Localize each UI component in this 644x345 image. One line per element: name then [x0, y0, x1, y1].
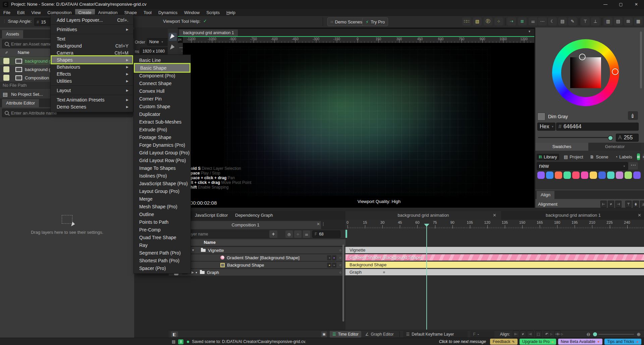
labels-source[interactable]: ◔Labels: [613, 154, 634, 160]
submenu-item-custom-shape[interactable]: Custom Shape: [134, 102, 191, 110]
menu-item-add-layers-popover[interactable]: Add Layers Popover...Ctrl+.: [51, 16, 133, 23]
saturation-value-square[interactable]: [570, 57, 601, 88]
list-view-button[interactable]: ≡: [643, 153, 644, 160]
scatter-icon[interactable]: ⁘: [494, 17, 503, 25]
rows-icon[interactable]: ▤: [614, 17, 623, 25]
layer-row[interactable]: Background Shape ◂ ▸ ○: [169, 262, 345, 268]
maximize-button[interactable]: ▢: [613, 0, 629, 9]
ellipsis-icon[interactable]: ⋯: [538, 17, 547, 25]
snap-bars-icon[interactable]: ≣: [518, 17, 527, 25]
grid-cells-icon[interactable]: ▦: [634, 17, 643, 25]
dimensions-field[interactable]: 1920 x 1080: [140, 48, 169, 55]
submenu-item-basic-shape[interactable]: Basic Shape: [134, 63, 191, 73]
zoom-in-icon[interactable]: ⊕: [637, 332, 641, 337]
align-keys-left-button[interactable]: ⊢: [513, 331, 519, 338]
time-editor-button[interactable]: ☰ Time Editor: [330, 331, 361, 338]
graph-editor-button[interactable]: ∠ Graph Editor: [363, 331, 396, 338]
swatch[interactable]: [537, 171, 545, 179]
feedback-button[interactable]: Feedback✎: [490, 339, 518, 345]
keyframe-dot[interactable]: [383, 271, 385, 273]
menu-item-effects[interactable]: Effects▶: [51, 70, 133, 77]
input-connection-icon[interactable]: ◂: [327, 255, 331, 260]
clip-tab-2[interactable]: background grid animation 1 ✕: [502, 211, 644, 220]
submenu-item-grid-layout-row[interactable]: Grid Layout Row (Pro): [134, 156, 191, 164]
pen-icon[interactable]: ✎: [568, 17, 577, 25]
align-keys-right-button[interactable]: ⊣: [527, 331, 533, 338]
submenu-item-component[interactable]: Component (Pro): [134, 72, 191, 79]
swatch[interactable]: [564, 171, 571, 179]
tab-assets[interactable]: Assets: [2, 30, 23, 38]
menu-item-layout[interactable]: Layout▶: [51, 87, 133, 94]
submenu-item-ray[interactable]: Ray: [134, 241, 191, 249]
eyedropper-icon[interactable]: ✎: [3, 51, 10, 54]
hex-input[interactable]: # 646464: [556, 123, 639, 131]
filter-circles-icon[interactable]: ◎: [285, 230, 293, 238]
align-right-button[interactable]: ⊣: [615, 201, 622, 208]
swatch[interactable]: [607, 171, 614, 179]
alpha-value-field[interactable]: A 255: [616, 134, 639, 142]
layer-name[interactable]: Vignette: [208, 248, 224, 253]
submenu-item-javascript-shape[interactable]: JavaScript Shape (Pro): [134, 180, 191, 187]
layer-name[interactable]: Background Shape: [227, 263, 264, 268]
menu-view[interactable]: View: [28, 9, 44, 16]
track-area[interactable]: [345, 228, 644, 330]
insert-keyframe-button[interactable]: ⊣⊢: [554, 331, 561, 338]
swatch-group-dropdown[interactable]: new ▼: [537, 162, 628, 170]
alpha-slider-track[interactable]: [538, 137, 611, 138]
hue-cursor[interactable]: [612, 68, 619, 75]
direct-select-tool-button[interactable]: [169, 44, 177, 52]
submenu-item-corner-pin[interactable]: Corner Pin: [134, 95, 191, 102]
submenu-item-pre-comp[interactable]: Pre-Comp: [134, 226, 191, 233]
close-icon[interactable]: ✕: [317, 222, 320, 226]
order-dropdown[interactable]: None ▼: [147, 38, 168, 46]
menu-dynamics[interactable]: Dynamics: [155, 9, 181, 16]
next-message-link[interactable]: Click to see next message: [439, 339, 486, 344]
dashed-arrow-icon[interactable]: ⇢: [507, 17, 516, 25]
tab-align[interactable]: Align: [537, 191, 554, 199]
submenu-item-spacer[interactable]: Spacer (Pro): [134, 264, 191, 272]
swatch[interactable]: [625, 171, 632, 179]
chevron-down-icon[interactable]: ▼: [192, 249, 195, 252]
output-connection-icon[interactable]: ▸: [332, 255, 336, 260]
submenu-item-merge[interactable]: Merge: [134, 195, 191, 203]
submenu-item-segment-path[interactable]: Segment Path (Pro): [134, 249, 191, 257]
select-tool-button[interactable]: [169, 33, 177, 41]
solo-circle-icon[interactable]: ○: [339, 270, 341, 274]
upgrade-pro-button[interactable]: Upgrade to Pro●●: [520, 339, 556, 345]
viewport-tab-menu-icon[interactable]: ▼: [528, 30, 531, 33]
track-bar-vignette[interactable]: Vignette: [345, 247, 644, 253]
demo-scenes-button[interactable]: ∷ Demo Scenes: [327, 17, 366, 26]
frame-badge-icon[interactable]: Ⓕ: [484, 17, 492, 25]
menu-item-utilities[interactable]: Utilities▶: [51, 77, 133, 84]
align-center-h-button[interactable]: ≠: [608, 201, 614, 208]
new-beta-button[interactable]: New Beta Available✦: [558, 339, 603, 345]
asset-color-chip[interactable]: [3, 66, 9, 72]
submenu-item-convex-hull[interactable]: Convex Hull: [134, 87, 191, 95]
submenu-item-layout-group[interactable]: Layout Group (Pro): [134, 187, 191, 195]
track-bar-graph[interactable]: Graph: [345, 269, 644, 275]
dots-grid-icon[interactable]: ∷∷: [462, 17, 471, 25]
submenu-item-connect-shape[interactable]: Connect Shape: [134, 79, 191, 87]
tab-swatches[interactable]: Swatches: [535, 143, 588, 151]
submenu-item-forge-dynamics[interactable]: Forge Dynamics (Pro): [134, 141, 191, 149]
right-panel-scrollbar[interactable]: [640, 31, 642, 88]
alpha-slider-handle[interactable]: [608, 135, 613, 141]
swatch-group-options-button[interactable]: ⋯: [629, 162, 638, 169]
output-connection-icon[interactable]: ▸: [332, 263, 336, 268]
tips-button[interactable]: Tips and Tricks➤: [604, 339, 641, 345]
frame-jump-field[interactable]: F -: [470, 331, 494, 338]
track-bar-gradient-shader[interactable]: Gradient Shader [Background Shape]: [345, 254, 644, 261]
submenu-item-grid-layout-group[interactable]: Grid Layout Group (Pro): [134, 149, 191, 156]
current-color-swatch[interactable]: [537, 113, 545, 121]
swatch[interactable]: [572, 171, 580, 179]
align-top-button[interactable]: ⊤: [625, 201, 632, 208]
project-source[interactable]: ▤Project: [562, 154, 585, 160]
submenu-item-footage-shape[interactable]: Footage Shape: [134, 133, 191, 141]
moon-icon[interactable]: ☾: [548, 17, 557, 25]
frame-field[interactable]: F 68: [312, 230, 340, 238]
menu-window[interactable]: Window: [181, 9, 203, 16]
cube-icon[interactable]: ▧: [473, 17, 482, 25]
playhead-line[interactable]: [426, 226, 427, 330]
menu-scripts[interactable]: Scripts: [203, 9, 223, 16]
solo-circle-icon[interactable]: ○: [339, 263, 341, 267]
